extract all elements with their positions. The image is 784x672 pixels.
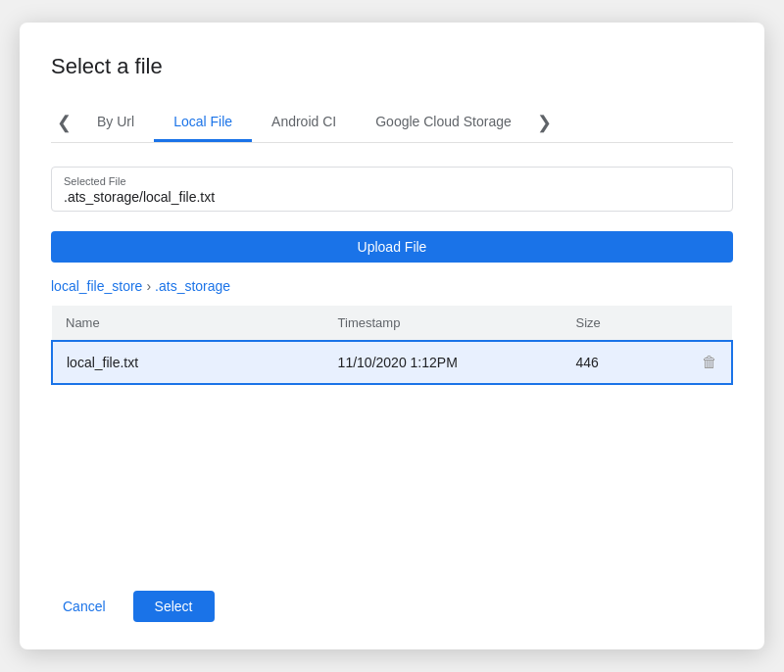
breadcrumb-separator: › <box>146 278 151 294</box>
dialog-title: Select a file <box>51 54 733 79</box>
selected-file-field: Selected File .ats_storage/local_file.tx… <box>51 167 733 212</box>
tab-by-url[interactable]: By Url <box>77 104 154 142</box>
tab-android-ci[interactable]: Android CI <box>252 104 356 142</box>
cancel-button[interactable]: Cancel <box>51 591 118 622</box>
tabs-row: ❮ By Url Local File Android CI Google Cl… <box>51 103 733 143</box>
select-file-dialog: Select a file ❮ By Url Local File Androi… <box>20 23 764 649</box>
table-row[interactable]: local_file.txt 11/10/2020 1:12PM 446 🗑 <box>52 341 732 384</box>
col-header-timestamp: Timestamp <box>324 306 563 341</box>
cell-action: 🗑 <box>664 341 732 384</box>
col-header-name: Name <box>52 306 324 341</box>
col-header-action <box>664 306 732 341</box>
selected-file-value: .ats_storage/local_file.txt <box>64 189 720 205</box>
cell-name: local_file.txt <box>52 341 324 384</box>
dialog-footer: Cancel Select <box>51 567 733 622</box>
selected-file-label: Selected File <box>64 175 720 187</box>
table-header: Name Timestamp Size <box>52 306 732 341</box>
select-button[interactable]: Select <box>133 591 215 622</box>
col-header-size: Size <box>562 306 663 341</box>
cell-size: 446 <box>562 341 663 384</box>
delete-icon[interactable]: 🗑 <box>702 354 717 370</box>
tab-next-button[interactable]: ❯ <box>531 103 558 142</box>
tab-google-cloud-storage[interactable]: Google Cloud Storage <box>356 104 531 142</box>
tab-prev-button[interactable]: ❮ <box>51 103 77 142</box>
file-table: Name Timestamp Size local_file.txt 11/10… <box>51 306 733 385</box>
breadcrumb-root[interactable]: local_file_store <box>51 278 142 294</box>
cell-timestamp: 11/10/2020 1:12PM <box>324 341 563 384</box>
upload-file-button[interactable]: Upload File <box>51 231 733 263</box>
tab-local-file[interactable]: Local File <box>154 104 252 142</box>
breadcrumb-current[interactable]: .ats_storage <box>155 278 230 294</box>
breadcrumb: local_file_store › .ats_storage <box>51 278 733 294</box>
table-body: local_file.txt 11/10/2020 1:12PM 446 🗑 <box>52 341 732 384</box>
